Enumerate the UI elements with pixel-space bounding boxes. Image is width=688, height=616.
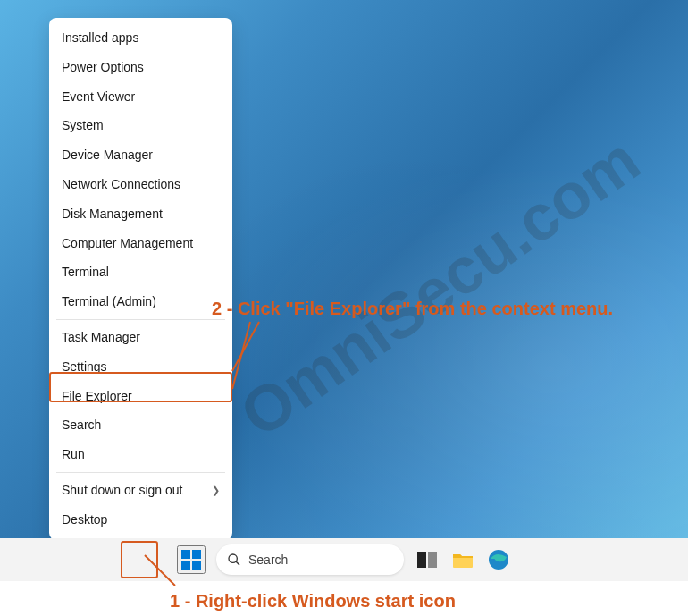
svg-point-6 [229, 554, 237, 562]
menu-item-label: Desktop [62, 512, 107, 527]
menu-item-terminal[interactable]: Terminal [49, 257, 232, 287]
svg-line-7 [236, 561, 239, 565]
menu-item-search[interactable]: Search [49, 410, 232, 440]
menu-item-task-manager[interactable]: Task Manager [49, 323, 232, 352]
svg-rect-8 [417, 552, 426, 568]
annotation-step-1: 1 - Right-click Windows start icon [170, 591, 456, 612]
menu-item-computer-management[interactable]: Computer Management [49, 229, 232, 258]
menu-item-network-connections[interactable]: Network Connections [49, 170, 232, 199]
menu-divider [56, 319, 225, 320]
file-explorer-taskbar-button[interactable] [450, 547, 475, 572]
menu-item-label: Disk Management [62, 207, 163, 222]
winx-context-menu: Installed apps Power Options Event Viewe… [49, 18, 232, 540]
edge-taskbar-button[interactable] [486, 547, 511, 572]
task-view-icon [417, 552, 437, 568]
taskbar-search[interactable]: Search [216, 544, 404, 575]
svg-rect-2 [181, 550, 190, 559]
search-icon [227, 553, 241, 567]
svg-line-1 [232, 322, 259, 371]
menu-item-label: Device Manager [62, 148, 153, 163]
svg-rect-9 [428, 552, 437, 568]
menu-item-installed-apps[interactable]: Installed apps [49, 23, 232, 53]
windows-logo-icon [180, 549, 202, 570]
menu-item-label: Shut down or sign out [62, 483, 182, 498]
menu-item-label: Settings [62, 359, 107, 375]
menu-item-label: Task Manager [62, 330, 140, 345]
menu-item-label: Installed apps [62, 30, 138, 46]
start-button[interactable] [177, 545, 206, 574]
menu-item-label: Search [62, 418, 101, 433]
task-view-button[interactable] [415, 547, 440, 572]
menu-item-system[interactable]: System [49, 111, 232, 140]
menu-item-run[interactable]: Run [49, 440, 232, 469]
chevron-right-icon: ❯ [212, 485, 220, 496]
menu-item-disk-management[interactable]: Disk Management [49, 199, 232, 229]
search-placeholder: Search [248, 553, 288, 567]
menu-item-desktop[interactable]: Desktop [49, 505, 232, 535]
svg-line-11 [145, 555, 175, 586]
svg-rect-5 [192, 561, 201, 570]
menu-item-label: Network Connections [62, 177, 180, 192]
annotation-line-2 [228, 317, 264, 398]
menu-item-event-viewer[interactable]: Event Viewer [49, 82, 232, 112]
menu-item-shut-down-or-sign-out[interactable]: Shut down or sign out ❯ [49, 476, 232, 505]
folder-icon [452, 551, 474, 569]
menu-item-device-manager[interactable]: Device Manager [49, 140, 232, 170]
menu-item-label: Run [62, 447, 85, 462]
menu-item-file-explorer[interactable]: File Explorer [49, 382, 232, 411]
svg-rect-4 [181, 561, 190, 570]
menu-item-terminal-admin[interactable]: Terminal (Admin) [49, 287, 232, 316]
menu-item-settings[interactable]: Settings [49, 352, 232, 382]
menu-item-label: Computer Management [62, 236, 193, 251]
annotation-step-2: 2 - Click "File Explorer" from the conte… [212, 299, 613, 319]
menu-item-label: Power Options [62, 60, 144, 75]
menu-item-label: Event Viewer [62, 89, 135, 105]
svg-rect-3 [192, 550, 201, 559]
menu-item-label: Terminal [62, 265, 109, 280]
annotation-line-1 [143, 553, 179, 589]
taskbar: Search [0, 538, 688, 581]
watermark-text: OmniSecu.com [227, 122, 652, 451]
menu-item-power-options[interactable]: Power Options [49, 53, 232, 82]
edge-icon [488, 549, 509, 570]
menu-item-label: Terminal (Admin) [62, 294, 156, 309]
menu-item-label: System [62, 118, 104, 133]
menu-divider [56, 472, 225, 473]
menu-item-label: File Explorer [62, 389, 132, 404]
